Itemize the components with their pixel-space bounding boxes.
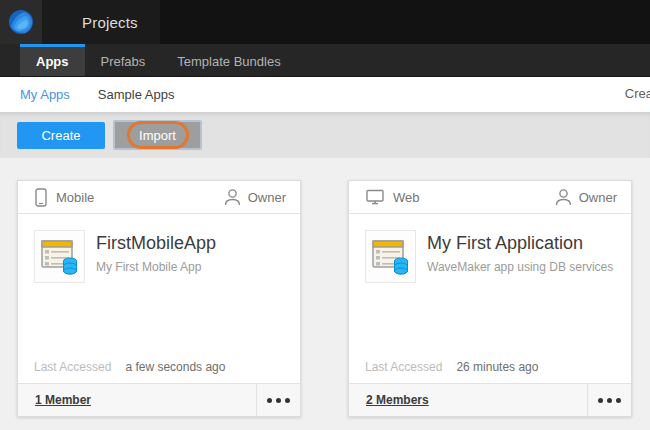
import-button[interactable]: Import bbox=[113, 120, 202, 150]
card-footer: 2 Members bbox=[349, 383, 631, 416]
app-icon bbox=[34, 230, 85, 283]
last-accessed-label: Last Accessed bbox=[34, 360, 111, 374]
create-button[interactable]: Create bbox=[17, 122, 105, 149]
wavemaker-logo[interactable] bbox=[0, 0, 42, 44]
toolbar: Create Import bbox=[0, 112, 650, 158]
nav-sample-apps[interactable]: Sample Apps bbox=[98, 87, 175, 102]
project-card-firstmobileapp[interactable]: Mobile Owner bbox=[17, 180, 301, 417]
last-accessed-value: a few seconds ago bbox=[125, 360, 225, 374]
app-subtitle: My First Mobile App bbox=[96, 260, 216, 274]
app-title[interactable]: My First Application bbox=[427, 233, 613, 254]
web-icon bbox=[366, 189, 384, 205]
sub-nav: My Apps Sample Apps Crea bbox=[0, 77, 650, 112]
app-window-db-icon bbox=[370, 236, 412, 278]
app-window-db-icon bbox=[39, 236, 81, 278]
platform-label: Mobile bbox=[56, 190, 94, 205]
card-body: FirstMobileApp My First Mobile App Last … bbox=[18, 214, 300, 383]
tab-template-bundles-label: Template Bundles bbox=[177, 54, 280, 69]
owner-label: Owner bbox=[579, 190, 617, 205]
app-title[interactable]: FirstMobileApp bbox=[96, 233, 216, 254]
card-menu-dots-icon[interactable] bbox=[256, 384, 300, 416]
owner-icon bbox=[555, 188, 572, 206]
card-header: Mobile Owner bbox=[18, 181, 300, 214]
nav-create-cutoff-link[interactable]: Crea bbox=[625, 86, 650, 101]
platform-label: Web bbox=[393, 190, 420, 205]
tab-apps[interactable]: Apps bbox=[20, 44, 85, 76]
tab-template-bundles[interactable]: Template Bundles bbox=[161, 44, 296, 76]
tab-apps-label: Apps bbox=[36, 54, 69, 69]
nav-my-apps[interactable]: My Apps bbox=[20, 87, 70, 102]
tab-bar: Apps Prefabs Template Bundles bbox=[0, 44, 650, 77]
app-subtitle: WaveMaker app using DB services bbox=[427, 260, 613, 274]
tab-prefabs-label: Prefabs bbox=[101, 54, 146, 69]
app-header: Projects bbox=[0, 0, 650, 44]
card-footer: 1 Member bbox=[18, 383, 300, 416]
card-header: Web Owner bbox=[349, 181, 631, 214]
last-accessed-label: Last Accessed bbox=[365, 360, 442, 374]
header-title-section: Projects bbox=[42, 0, 160, 44]
projects-list: Mobile Owner bbox=[0, 158, 650, 417]
owner-icon bbox=[224, 188, 241, 206]
members-link[interactable]: 2 Members bbox=[349, 384, 587, 416]
page-title: Projects bbox=[82, 14, 138, 31]
owner-label: Owner bbox=[248, 190, 286, 205]
card-body: My First Application WaveMaker app using… bbox=[349, 214, 631, 383]
tab-prefabs[interactable]: Prefabs bbox=[85, 44, 162, 76]
members-link[interactable]: 1 Member bbox=[18, 384, 256, 416]
last-accessed-value: 26 minutes ago bbox=[456, 360, 538, 374]
card-menu-dots-icon[interactable] bbox=[587, 384, 631, 416]
import-button-label: Import bbox=[139, 128, 176, 143]
mobile-icon bbox=[35, 188, 47, 207]
project-card-my-first-application[interactable]: Web Owner bbox=[348, 180, 632, 417]
wave-logo-icon bbox=[8, 9, 34, 35]
app-icon bbox=[365, 230, 416, 283]
